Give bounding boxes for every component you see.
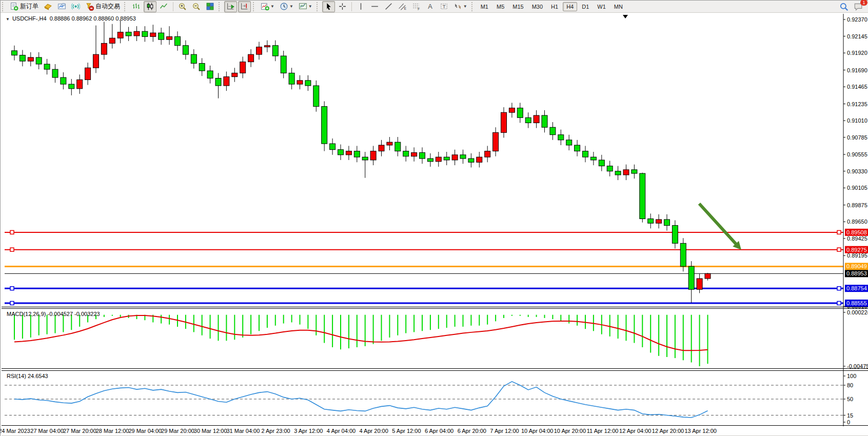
candle	[297, 81, 303, 84]
line-handle[interactable]	[10, 302, 14, 305]
indicators-button[interactable]: ▼	[259, 1, 277, 12]
line-handle[interactable]	[837, 248, 841, 251]
time-tick-label: 5 Apr 12:00	[392, 428, 421, 434]
line-handle[interactable]	[837, 287, 841, 290]
candle	[362, 157, 368, 160]
rsi-line	[14, 382, 708, 418]
candle	[705, 273, 711, 279]
price-tick-label: 0.89425	[847, 235, 867, 242]
chart-area[interactable]: 0.923700.921450.919200.916900.914650.912…	[1, 13, 868, 436]
line-chart-button[interactable]	[157, 1, 170, 12]
candlestick-series	[12, 20, 711, 303]
chart-window-button[interactable]	[55, 1, 68, 12]
rsi-tick-label: 50	[847, 396, 853, 402]
candle	[509, 108, 515, 113]
timeframe-h1-button[interactable]: H1	[547, 2, 562, 11]
timeframe-mn-button[interactable]: MN	[610, 2, 626, 11]
text-button[interactable]: A	[424, 1, 437, 12]
vertical-line-button[interactable]	[354, 1, 367, 12]
chevron-down-icon[interactable]: ▼	[270, 4, 274, 9]
equidistant-channel-button[interactable]: E	[396, 1, 409, 12]
auto-trading-button[interactable]: 自动交易	[83, 1, 122, 12]
toolbar-grip	[2, 2, 6, 11]
timeframe-w1-button[interactable]: W1	[594, 2, 609, 11]
tile-windows-button[interactable]	[204, 1, 216, 12]
scroll-marker-icon	[623, 15, 628, 18]
zoom-out-button[interactable]	[190, 1, 203, 12]
periods-button[interactable]: ▼	[278, 1, 295, 12]
cursor-button[interactable]	[322, 1, 335, 12]
price-tag-label: 0.89508	[846, 229, 867, 235]
candle	[338, 150, 344, 155]
templates-button[interactable]: ▼	[297, 1, 314, 12]
arrows-button[interactable]: ▼	[451, 1, 469, 12]
data-folder-button[interactable]	[42, 1, 54, 12]
rsi-tick-label: 15	[847, 412, 853, 419]
chart-ohlc-values: 0.88886 0.88962 0.88860 0.88953	[50, 15, 136, 22]
signal-button[interactable]	[69, 1, 82, 12]
candle	[77, 80, 83, 88]
candle	[558, 135, 564, 140]
candle	[101, 43, 107, 54]
search-button[interactable]	[837, 1, 851, 12]
price-panel	[5, 15, 843, 305]
candle	[648, 219, 654, 223]
timeframe-m1-button[interactable]: M1	[477, 2, 492, 11]
auto-scroll-button[interactable]	[224, 1, 237, 12]
indicator-panels	[2, 307, 868, 426]
zoom-in-button[interactable]	[176, 1, 189, 12]
candlestick-chart-button[interactable]	[144, 1, 156, 12]
price-tick-label: 0.89195	[847, 252, 867, 259]
text-label-icon: T	[440, 2, 448, 11]
macd-signal-line	[14, 315, 708, 350]
chart-shift-icon	[240, 2, 249, 11]
candle	[460, 155, 466, 158]
timeframe-m30-button[interactable]: M30	[528, 2, 546, 11]
chevron-down-icon[interactable]: ▼	[289, 4, 293, 9]
candle	[656, 220, 662, 223]
bar-chart-button[interactable]	[130, 1, 143, 12]
chart-shift-button[interactable]	[238, 1, 251, 12]
line-handle[interactable]	[837, 230, 841, 234]
candle	[370, 151, 376, 160]
candle	[697, 279, 702, 289]
line-handle[interactable]	[10, 248, 14, 251]
chart-collapse-icon[interactable]: ▼	[6, 17, 10, 22]
price-tag-label: 0.88555	[846, 300, 867, 306]
text-label-button[interactable]: T	[438, 1, 450, 12]
new-order-button[interactable]: 新订单	[8, 1, 41, 12]
toolbar-separator	[173, 2, 173, 11]
line-handle[interactable]	[837, 302, 841, 305]
chevron-down-icon[interactable]: ▼	[463, 4, 467, 9]
horizontal-line-button[interactable]	[368, 1, 381, 12]
trendline-button[interactable]	[382, 1, 395, 12]
trend-arrow[interactable]	[699, 204, 738, 246]
candle	[232, 73, 238, 76]
candle	[640, 173, 645, 219]
price-tick-label: 0.91010	[847, 117, 867, 124]
time-axis: 24 Mar 202327 Mar 04:0027 Mar 20:0028 Ma…	[1, 428, 717, 434]
time-tick-label: 3 Apr 12:00	[294, 428, 323, 434]
timeframe-m5-button[interactable]: M5	[493, 2, 508, 11]
line-handle[interactable]	[10, 230, 14, 234]
crosshair-button[interactable]	[336, 1, 349, 12]
chat-button[interactable]: 1	[852, 1, 865, 12]
timeframe-m15-button[interactable]: M15	[509, 2, 527, 11]
price-tick-label: 0.90105	[847, 185, 867, 191]
chart-title: ▼USDCHF-,H4 0.88886 0.88962 0.88860 0.88…	[6, 15, 136, 22]
candle	[305, 81, 311, 86]
candle	[411, 152, 417, 156]
fibonacci-button[interactable]: F	[410, 1, 423, 12]
candlestick-chart-icon	[146, 2, 154, 11]
timeframe-d1-button[interactable]: D1	[578, 2, 593, 11]
chevron-down-icon[interactable]: ▼	[308, 4, 312, 9]
candle	[583, 151, 588, 157]
time-tick-label: 10 Apr 04:00	[521, 428, 553, 434]
candle	[207, 71, 213, 78]
candle	[427, 158, 433, 162]
search-icon	[839, 2, 849, 11]
time-tick-label: 4 Apr 04:00	[327, 428, 356, 434]
chart-canvas[interactable]: 0.923700.921450.919200.916900.914650.912…	[1, 13, 868, 436]
timeframe-h4-button[interactable]: H4	[563, 2, 577, 11]
line-handle[interactable]	[10, 287, 14, 290]
